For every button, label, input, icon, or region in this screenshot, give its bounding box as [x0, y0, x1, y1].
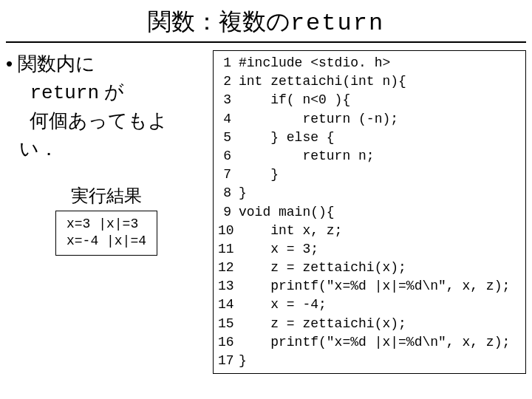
code-text: z = zettaichi(x);	[239, 315, 521, 333]
line-number: 7	[218, 166, 239, 184]
code-text: }	[239, 184, 521, 202]
code-line: 2int zettaichi(int n){	[218, 72, 521, 91]
code-line: 16 printf("x=%d |x|=%d\n", x, z);	[218, 333, 521, 352]
title-text-right: return	[290, 10, 384, 37]
result-section: 実行結果 x=3 |x|=3 x=-4 |x|=4	[6, 184, 207, 256]
code-text: }	[239, 166, 521, 184]
code-line: 13 printf("x=%d |x|=%d\n", x, z);	[218, 277, 521, 296]
code-line: 1#include <stdio. h>	[218, 54, 521, 72]
code-text: return n;	[239, 147, 521, 166]
code-text: printf("x=%d |x|=%d\n", x, z);	[239, 277, 521, 296]
code-text: x = -4;	[239, 296, 521, 314]
code-line: 12 z = zettaichi(x);	[218, 259, 521, 277]
result-title: 実行結果	[6, 184, 207, 208]
line-number: 4	[218, 110, 239, 129]
code-text: z = zettaichi(x);	[239, 259, 521, 277]
code-line: 9void main(){	[218, 203, 521, 222]
line-number: 14	[218, 296, 239, 314]
code-text: int x, z;	[239, 222, 521, 240]
line-number: 15	[218, 315, 239, 333]
bullet-line1: 関数内に	[18, 52, 95, 75]
line-number: 11	[218, 240, 239, 259]
line-number: 13	[218, 277, 239, 296]
bullet-line2-mono: return	[30, 82, 99, 104]
line-number: 10	[218, 222, 239, 240]
code-line: 14 x = -4;	[218, 296, 521, 314]
line-number: 1	[218, 54, 239, 72]
line-number: 9	[218, 203, 239, 222]
title-text-left: 関数：複数の	[148, 8, 290, 35]
code-line: 10 int x, z;	[218, 222, 521, 240]
right-column: 1#include <stdio. h>2int zettaichi(int n…	[213, 50, 526, 374]
code-text: x = 3;	[239, 240, 521, 259]
slide-title: 関数：複数のreturn	[6, 0, 526, 43]
left-column: • 関数内に return が 何個あってもよい． 実行結果 x=3 |x|=3…	[6, 50, 213, 374]
code-text: return (-n);	[239, 110, 521, 129]
code-text: void main(){	[239, 203, 521, 222]
line-number: 3	[218, 91, 239, 109]
code-text: } else {	[239, 129, 521, 147]
code-text: printf("x=%d |x|=%d\n", x, z);	[239, 333, 521, 352]
code-line: 4 return (-n);	[218, 110, 521, 129]
code-line: 5 } else {	[218, 129, 521, 147]
code-line: 15 z = zettaichi(x);	[218, 315, 521, 333]
line-number: 5	[218, 129, 239, 147]
code-line: 3 if( n<0 ){	[218, 91, 521, 109]
content-area: • 関数内に return が 何個あってもよい． 実行結果 x=3 |x|=3…	[0, 43, 532, 374]
line-number: 12	[218, 259, 239, 277]
result-line: x=-4 |x|=4	[66, 233, 146, 250]
bullet-point: • 関数内に return が 何個あってもよい．	[6, 50, 207, 163]
bullet-line3: 何個あってもよい．	[19, 109, 168, 160]
code-text: }	[239, 352, 521, 370]
code-text: int zettaichi(int n){	[239, 72, 521, 91]
code-line: 7 }	[218, 166, 521, 184]
line-number: 17	[218, 352, 239, 370]
code-line: 17}	[218, 352, 521, 370]
code-text: if( n<0 ){	[239, 91, 521, 109]
code-line: 6 return n;	[218, 147, 521, 166]
line-number: 6	[218, 147, 239, 166]
result-output-box: x=3 |x|=3 x=-4 |x|=4	[55, 211, 157, 256]
bullet-line2-tail: が	[99, 81, 124, 103]
code-line: 11 x = 3;	[218, 240, 521, 259]
bullet-marker: •	[6, 52, 18, 75]
line-number: 2	[218, 72, 239, 91]
line-number: 16	[218, 333, 239, 352]
code-text: #include <stdio. h>	[239, 54, 521, 72]
code-line: 8}	[218, 184, 521, 202]
result-line: x=3 |x|=3	[66, 216, 146, 233]
line-number: 8	[218, 184, 239, 202]
code-listing: 1#include <stdio. h>2int zettaichi(int n…	[213, 50, 526, 374]
